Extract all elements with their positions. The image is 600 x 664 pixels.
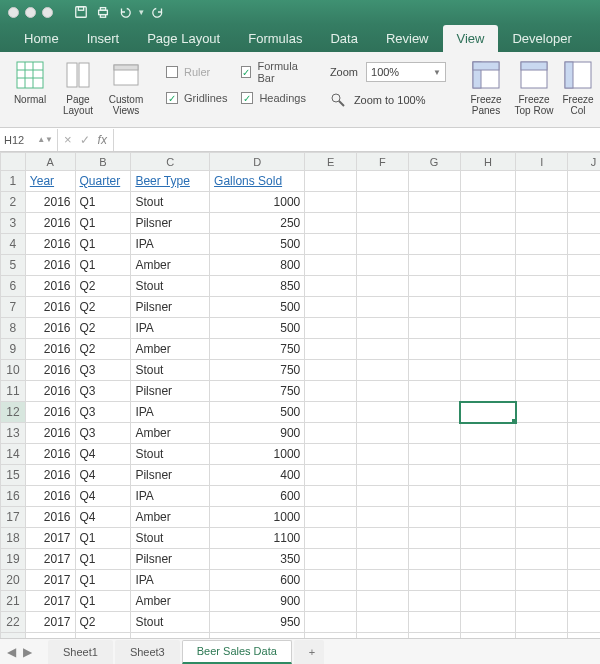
cell-F3[interactable] — [357, 213, 409, 234]
sheet-tab-sheet3[interactable]: Sheet3 — [115, 640, 180, 664]
cell-G10[interactable] — [408, 360, 460, 381]
formula-input[interactable] — [114, 129, 600, 151]
cell-I13[interactable] — [516, 423, 568, 444]
cell-F23[interactable] — [357, 633, 409, 639]
cell-G15[interactable] — [408, 465, 460, 486]
ruler-checkbox[interactable] — [166, 66, 178, 78]
cell-J17[interactable] — [568, 507, 600, 528]
cell-H12[interactable] — [460, 402, 516, 423]
cell-B6[interactable]: Q2 — [75, 276, 131, 297]
cell-D10[interactable]: 750 — [210, 360, 305, 381]
headings-checkbox[interactable] — [241, 92, 253, 104]
cell-G11[interactable] — [408, 381, 460, 402]
cell-I5[interactable] — [516, 255, 568, 276]
cell-C4[interactable]: IPA — [131, 234, 210, 255]
cell-E1[interactable] — [305, 171, 357, 192]
cell-F4[interactable] — [357, 234, 409, 255]
row-header-11[interactable]: 11 — [1, 381, 26, 402]
row-header-10[interactable]: 10 — [1, 360, 26, 381]
freeze-panes-button[interactable]: Freeze Panes — [462, 56, 510, 116]
cell-I20[interactable] — [516, 570, 568, 591]
cell-G2[interactable] — [408, 192, 460, 213]
cell-J20[interactable] — [568, 570, 600, 591]
col-header-G[interactable]: G — [408, 153, 460, 171]
page-layout-view-button[interactable]: Page Layout — [54, 56, 102, 116]
cell-B19[interactable]: Q1 — [75, 549, 131, 570]
row-header-19[interactable]: 19 — [1, 549, 26, 570]
cell-D15[interactable]: 400 — [210, 465, 305, 486]
cell-A22[interactable]: 2017 — [25, 612, 75, 633]
cell-A4[interactable]: 2016 — [25, 234, 75, 255]
cell-F13[interactable] — [357, 423, 409, 444]
cell-J19[interactable] — [568, 549, 600, 570]
cell-B2[interactable]: Q1 — [75, 192, 131, 213]
cell-C10[interactable]: Stout — [131, 360, 210, 381]
cell-D11[interactable]: 750 — [210, 381, 305, 402]
sheet-tab-sheet1[interactable]: Sheet1 — [48, 640, 113, 664]
cell-H16[interactable] — [460, 486, 516, 507]
cell-A10[interactable]: 2016 — [25, 360, 75, 381]
cell-I10[interactable] — [516, 360, 568, 381]
cell-I21[interactable] — [516, 591, 568, 612]
cell-D22[interactable]: 950 — [210, 612, 305, 633]
tab-view[interactable]: View — [443, 25, 499, 52]
cell-D2[interactable]: 1000 — [210, 192, 305, 213]
cell-E7[interactable] — [305, 297, 357, 318]
cell-D9[interactable]: 750 — [210, 339, 305, 360]
cell-D3[interactable]: 250 — [210, 213, 305, 234]
cell-E6[interactable] — [305, 276, 357, 297]
tab-page-layout[interactable]: Page Layout — [133, 25, 234, 52]
row-header-8[interactable]: 8 — [1, 318, 26, 339]
cell-F15[interactable] — [357, 465, 409, 486]
cell-G5[interactable] — [408, 255, 460, 276]
cell-H6[interactable] — [460, 276, 516, 297]
undo-dropdown[interactable]: ▾ — [139, 7, 144, 17]
row-header-18[interactable]: 18 — [1, 528, 26, 549]
cell-J16[interactable] — [568, 486, 600, 507]
cell-I23[interactable] — [516, 633, 568, 639]
row-header-12[interactable]: 12 — [1, 402, 26, 423]
col-header-I[interactable]: I — [516, 153, 568, 171]
cell-J21[interactable] — [568, 591, 600, 612]
add-sheet-button[interactable]: + — [294, 640, 324, 664]
cell-G12[interactable] — [408, 402, 460, 423]
cell-H3[interactable] — [460, 213, 516, 234]
row-header-2[interactable]: 2 — [1, 192, 26, 213]
cell-I1[interactable] — [516, 171, 568, 192]
cell-H8[interactable] — [460, 318, 516, 339]
row-header-14[interactable]: 14 — [1, 444, 26, 465]
cell-J5[interactable] — [568, 255, 600, 276]
cell-F17[interactable] — [357, 507, 409, 528]
cell-C22[interactable]: Stout — [131, 612, 210, 633]
cell-F21[interactable] — [357, 591, 409, 612]
cell-G1[interactable] — [408, 171, 460, 192]
name-box[interactable]: H12 ▲▼ — [0, 129, 58, 151]
cell-E11[interactable] — [305, 381, 357, 402]
cell-I15[interactable] — [516, 465, 568, 486]
formula-cancel-icon[interactable]: × — [64, 132, 72, 147]
cell-E13[interactable] — [305, 423, 357, 444]
cell-D16[interactable]: 600 — [210, 486, 305, 507]
col-header-D[interactable]: D — [210, 153, 305, 171]
cell-C7[interactable]: Pilsner — [131, 297, 210, 318]
cell-F18[interactable] — [357, 528, 409, 549]
cell-J18[interactable] — [568, 528, 600, 549]
cell-E17[interactable] — [305, 507, 357, 528]
cell-D14[interactable]: 1000 — [210, 444, 305, 465]
name-box-stepper[interactable]: ▲▼ — [37, 135, 53, 144]
cell-C9[interactable]: Amber — [131, 339, 210, 360]
cell-I18[interactable] — [516, 528, 568, 549]
cell-E4[interactable] — [305, 234, 357, 255]
cell-E20[interactable] — [305, 570, 357, 591]
cell-H18[interactable] — [460, 528, 516, 549]
cell-H10[interactable] — [460, 360, 516, 381]
cell-H15[interactable] — [460, 465, 516, 486]
row-header-6[interactable]: 6 — [1, 276, 26, 297]
cell-H22[interactable] — [460, 612, 516, 633]
row-header-7[interactable]: 7 — [1, 297, 26, 318]
redo-icon[interactable] — [150, 4, 166, 20]
cell-A3[interactable]: 2016 — [25, 213, 75, 234]
cell-J4[interactable] — [568, 234, 600, 255]
row-header-22[interactable]: 22 — [1, 612, 26, 633]
col-header-H[interactable]: H — [460, 153, 516, 171]
